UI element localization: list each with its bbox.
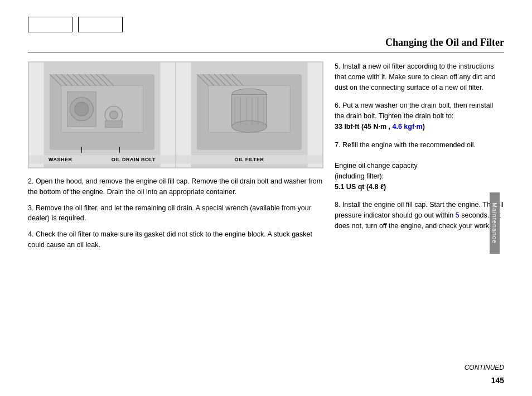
right-steps: 5. Install a new oil filter according to… — [335, 61, 504, 355]
step-4: 4. Check the oil filter to make sure its… — [28, 229, 323, 250]
step-7: 7. Refill the engine with the recommende… — [335, 140, 504, 192]
caption-oil-filter: OIL FILTER — [234, 157, 264, 162]
svg-point-17 — [110, 111, 118, 119]
nav-box-2[interactable] — [78, 17, 123, 32]
engine-image-right — [176, 62, 322, 167]
step-8-text: 8. Install the engine oil fill cap. Star… — [335, 201, 504, 230]
image-washer-drain: WASHER OIL DRAIN BOLT — [28, 62, 176, 168]
step-7-text: 7. Refill the engine with the recommende… — [335, 141, 476, 149]
left-column: WASHER OIL DRAIN BOLT — [28, 61, 323, 385]
step-6-torque: 33 lbf·ft (45 N·m , 4.6 kgf·m) — [335, 123, 425, 131]
svg-point-33 — [232, 120, 267, 132]
nav-box-1[interactable] — [28, 17, 72, 32]
step-6-torque-blue: 4.6 kgf·m — [393, 123, 423, 131]
step-7-value: 5.1 US qt (4.8 ℓ) — [335, 183, 386, 191]
page-number: 145 — [335, 376, 504, 385]
page: Changing the Oil and Filter — [0, 0, 532, 396]
steps-left: 2. Open the hood, and remove the engine … — [28, 176, 323, 256]
caption-washer: WASHER — [49, 157, 72, 162]
step-8: 8. Install the engine oil fill cap. Star… — [335, 200, 504, 231]
main-content: WASHER OIL DRAIN BOLT — [28, 61, 504, 385]
caption-row-right: OIL FILTER — [176, 155, 322, 164]
title-area: Changing the Oil and Filter — [28, 37, 504, 52]
page-title: Changing the Oil and Filter — [385, 37, 504, 49]
step-5-text: 5. Install a new oil filter according to… — [335, 62, 496, 91]
svg-rect-18 — [105, 120, 122, 128]
caption-row-left: WASHER OIL DRAIN BOLT — [29, 155, 175, 164]
image-oil-filter: OIL FILTER — [176, 62, 323, 168]
top-nav — [28, 17, 504, 32]
step-7-capacity: Engine oil change capacity (including fi… — [335, 162, 418, 191]
step-5: 5. Install a new oil filter according to… — [335, 61, 504, 93]
continued-label: CONTINUED — [335, 360, 504, 371]
side-tab: Maintenance — [490, 192, 500, 254]
step-8-highlight: 5 — [456, 211, 460, 219]
step-3: 3. Remove the oil filter, and let the re… — [28, 203, 323, 224]
engine-image-left — [29, 62, 175, 167]
caption-drain-bolt: OIL DRAIN BOLT — [112, 157, 156, 162]
right-column: 5. Install a new oil filter according to… — [323, 61, 504, 385]
step-6: 6. Put a new washer on the drain bolt, t… — [335, 100, 504, 132]
images-row: WASHER OIL DRAIN BOLT — [28, 61, 323, 168]
svg-point-15 — [75, 102, 89, 116]
step-6-text: 6. Put a new washer on the drain bolt, t… — [335, 102, 493, 120]
step-2: 2. Open the hood, and remove the engine … — [28, 176, 323, 197]
